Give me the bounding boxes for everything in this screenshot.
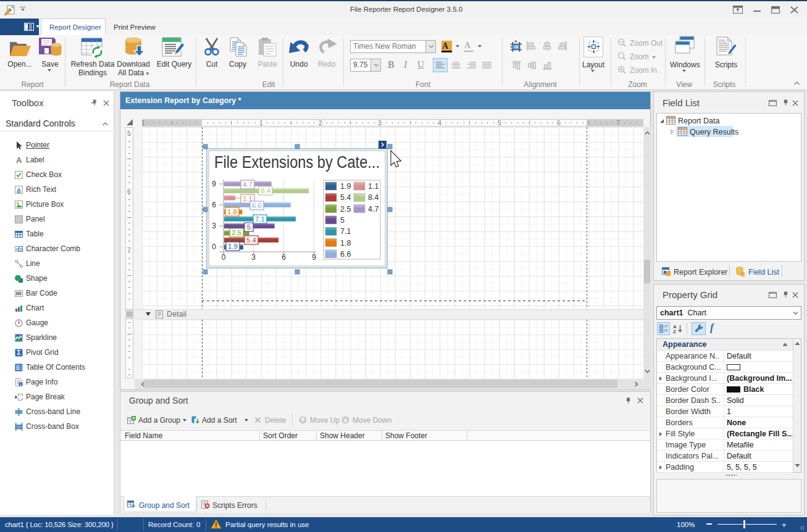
svg-text:A: A: [16, 156, 22, 164]
svg-text:3: 3: [251, 253, 256, 262]
svg-text:0: 0: [212, 243, 216, 251]
svg-text:4.7: 4.7: [368, 205, 378, 214]
svg-text:6: 6: [282, 253, 286, 262]
svg-text:6.6: 6.6: [252, 202, 262, 209]
svg-text:8.4: 8.4: [368, 193, 378, 202]
svg-text:1.9: 1.9: [340, 182, 351, 191]
svg-text:1.8: 1.8: [340, 239, 351, 247]
svg-text:a: a: [16, 247, 19, 251]
svg-text:9: 9: [212, 180, 216, 188]
svg-text:i: i: [20, 382, 22, 386]
svg-text:7.1: 7.1: [255, 215, 265, 223]
svg-text:5: 5: [247, 223, 251, 231]
svg-text:5.4: 5.4: [246, 236, 257, 244]
svg-text:5: 5: [340, 216, 345, 225]
svg-text:0: 0: [222, 253, 226, 262]
svg-text:1.9: 1.9: [228, 243, 238, 250]
svg-text:4.7: 4.7: [243, 181, 253, 188]
svg-text:b: b: [20, 247, 22, 251]
svg-text:Σ: Σ: [17, 349, 20, 356]
svg-text:7.1: 7.1: [340, 227, 351, 236]
svg-text:6: 6: [212, 201, 216, 209]
svg-text:File Extensions by Cate...: File Extensions by Cate...: [214, 153, 380, 172]
svg-text:3: 3: [212, 222, 216, 230]
svg-text:5.4: 5.4: [340, 193, 351, 202]
svg-text:6.6: 6.6: [340, 250, 351, 259]
svg-text:8.4: 8.4: [261, 187, 271, 194]
svg-text:2.5: 2.5: [340, 205, 351, 214]
svg-text:2.5: 2.5: [232, 229, 241, 236]
svg-text:Z: Z: [673, 329, 676, 333]
svg-text:1.1: 1.1: [368, 182, 378, 191]
svg-text:9: 9: [312, 253, 316, 262]
svg-text:1.8: 1.8: [227, 208, 237, 215]
